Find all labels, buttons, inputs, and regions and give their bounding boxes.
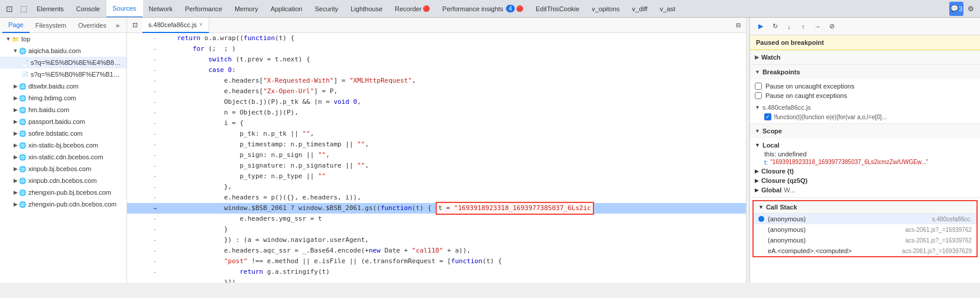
sidebar-item-file1[interactable]: 📄 s?q=%E5%8D%8E%E4%B8%BA&t=0 bbox=[0, 57, 126, 68]
call-stack-item-3[interactable]: eA.<computed>.<computed> acs-2061.js?_=1… bbox=[754, 245, 976, 256]
local-scope[interactable]: ▼ Local bbox=[755, 140, 975, 150]
pause-uncaught-checkbox[interactable] bbox=[755, 83, 762, 90]
resume-button[interactable]: ▶ bbox=[755, 21, 767, 32]
sidebar-item-file2[interactable]: 📄 s?q=%E5%B0%8F%E7%B1%B3&t=0 bbox=[0, 68, 126, 80]
tab-application[interactable]: Application bbox=[265, 0, 309, 18]
right-panel: ▶ ↻ ↓ ↑ → ⊘ Paused on breakpoint ▶ Watch bbox=[749, 18, 980, 283]
watch-header[interactable]: ▶ Watch bbox=[750, 50, 980, 64]
sidebar-item-xinpub-cdn[interactable]: ▶ 🌐 xinpub.cdn.bcebos.com bbox=[0, 175, 126, 186]
folder-icon: 📁 bbox=[12, 36, 19, 42]
step-into-button[interactable]: ↓ bbox=[783, 21, 795, 32]
code-line: - } bbox=[127, 224, 746, 235]
call-stack-item-0[interactable]: (anonymous) s.480cefa86cc. bbox=[754, 214, 976, 224]
sidebar-item-dlswbr[interactable]: ▶ 🌐 dlswbr.baidu.com bbox=[0, 80, 126, 92]
code-area: ⊡ s.480cefa86cc.js × ⊟ - return o.a.wrap… bbox=[127, 18, 746, 283]
tab-elements[interactable]: Elements bbox=[31, 0, 70, 18]
subtab-filesystem[interactable]: Filesystem bbox=[30, 18, 73, 33]
device-icon[interactable]: ⬚ bbox=[17, 2, 31, 16]
code-editor[interactable]: - return o.a.wrap((function(t) { - for (… bbox=[127, 33, 746, 283]
sidebar-item-passport[interactable]: ▶ 🌐 passport.baidu.com bbox=[0, 116, 126, 127]
settings-icon[interactable]: ⚙ bbox=[963, 2, 978, 16]
code-tab-file[interactable]: s.480cefa86cc.js × bbox=[142, 18, 209, 33]
debugger-toolbar: ▶ ↻ ↓ ↑ → ⊘ bbox=[750, 18, 980, 35]
sidebar-item-xin-static-bj[interactable]: ▶ 🌐 xin-static-bj.bcebos.com bbox=[0, 139, 126, 151]
sidebar-item-zhengxin-cdn[interactable]: ▶ 🌐 zhengxin-pub.cdn.bcebos.com bbox=[0, 198, 126, 210]
tab-perf-insights[interactable]: Performance insights 4 🔴 bbox=[436, 0, 530, 18]
domain-icon-8: 🌐 bbox=[19, 154, 26, 161]
sidebar-item-xin-static-cdn[interactable]: ▶ 🌐 xin-static.cdn.bcebos.com bbox=[0, 151, 126, 163]
code-line: - e.headers.ymg_ssr = t bbox=[127, 214, 746, 224]
tab-v-options[interactable]: v_opitons bbox=[586, 0, 626, 18]
scope-t: t: "1693918923318_1693977385037_6Ls2icmz… bbox=[755, 158, 975, 166]
tab-security[interactable]: Security bbox=[309, 0, 345, 18]
code-line: - e.headers.aqc_ssr = _.Base64.encode(+n… bbox=[127, 245, 746, 256]
tab-recorder[interactable]: Recorder 🔴 bbox=[389, 0, 436, 18]
add-folder-icon[interactable]: ⋮ bbox=[123, 21, 127, 29]
code-line: - case 0: bbox=[127, 65, 746, 76]
tab-sources[interactable]: Sources bbox=[106, 0, 142, 18]
closure-qz-scope[interactable]: ▶ Closure (qz5Q) bbox=[755, 176, 975, 185]
sidebar-item-xinpub-bj[interactable]: ▶ 🌐 xinpub.bj.bcebos.com bbox=[0, 163, 126, 175]
domain-icon-11: 🌐 bbox=[19, 189, 26, 196]
more-tabs-icon[interactable]: » bbox=[112, 22, 123, 29]
breakpoints-section: ▼ Breakpoints Pause on uncaught exceptio… bbox=[750, 65, 980, 124]
close-tab-icon[interactable]: × bbox=[199, 21, 203, 28]
pause-caught-checkbox[interactable] bbox=[755, 92, 762, 99]
subtab-overrides[interactable]: Overrides bbox=[72, 18, 112, 33]
scope-content: ▼ Local this: undefined t: "169391892331… bbox=[750, 138, 980, 197]
code-line: - p_signature: n.p_signature || "", bbox=[127, 161, 746, 171]
code-line: - "post" !== e.method || e.isFile || (e.… bbox=[127, 256, 746, 267]
top-tabbar: ⊡ ⬚ Elements Console Sources Network Per… bbox=[0, 0, 980, 18]
tab-editthiscookie[interactable]: EditThisCookie bbox=[530, 0, 586, 18]
main-layout: Page Filesystem Overrides » ⋮ ▼ 📁 top ▼ … bbox=[0, 18, 980, 283]
domain-icon-3: 🌐 bbox=[19, 95, 26, 101]
inspect-icon[interactable]: ⊡ bbox=[2, 2, 17, 16]
minimize-icon[interactable]: ⊟ bbox=[731, 18, 746, 33]
sub-tabbar: Page Filesystem Overrides » ⋮ bbox=[0, 18, 126, 33]
tab-network[interactable]: Network bbox=[143, 0, 179, 18]
call-stack-header[interactable]: ▼ Call Stack bbox=[754, 201, 976, 214]
tab-memory[interactable]: Memory bbox=[229, 0, 265, 18]
step-out-button[interactable]: ↑ bbox=[797, 21, 809, 32]
sidebar-item-zhengxin-bj[interactable]: ▶ 🌐 zhengxin-pub.bj.bcebos.com bbox=[0, 186, 126, 198]
step-over-button[interactable]: ↻ bbox=[769, 21, 781, 32]
format-icon[interactable]: ⊡ bbox=[127, 18, 142, 33]
code-line: - i = { bbox=[127, 118, 746, 129]
scope-header[interactable]: ▼ Scope bbox=[750, 124, 980, 138]
call-stack-item-1[interactable]: (anonymous) acs-2061.js?_=16939762 bbox=[754, 224, 976, 235]
sidebar-item-hm[interactable]: ▶ 🌐 hm.baidu.com bbox=[0, 104, 126, 116]
file-icon-2: 📄 bbox=[21, 71, 28, 78]
scope-section: ▼ Scope ▼ Local this: undefined t: "1693… bbox=[750, 124, 980, 198]
code-line: - p_timestamp: n.p_timestamp || "", bbox=[127, 139, 746, 150]
tab-console[interactable]: Console bbox=[70, 0, 106, 18]
call-stack-item-2[interactable]: (anonymous) acs-2061.js?_=16939762 bbox=[754, 235, 976, 245]
global-scope[interactable]: ▶ Global W... bbox=[755, 185, 975, 195]
watch-arrow: ▶ bbox=[755, 54, 759, 60]
sidebar-item-himg[interactable]: ▶ 🌐 himg.bdimg.com bbox=[0, 92, 126, 104]
bp-check-icon[interactable] bbox=[764, 113, 771, 120]
code-line: - p_sign: n.p_sign || "", bbox=[127, 150, 746, 161]
tab-v-diff[interactable]: v_diff bbox=[626, 0, 654, 18]
deactivate-button[interactable]: ⊘ bbox=[826, 21, 838, 32]
breakpoints-header[interactable]: ▼ Breakpoints bbox=[750, 65, 980, 79]
notification-badge[interactable]: 💬 3 bbox=[949, 2, 963, 16]
expand-arrow: ▼ bbox=[5, 36, 12, 42]
sidebar-item-top[interactable]: ▼ 📁 top bbox=[0, 33, 126, 45]
scope-this: this: undefined bbox=[755, 150, 975, 158]
code-line: - }) : (a = window.navigator.userAgent, bbox=[127, 235, 746, 245]
bp-entry: !function(t){function e(e){for(var a,o,l… bbox=[755, 112, 975, 121]
code-line: - }]), bbox=[127, 277, 746, 283]
domain-icon-2: 🌐 bbox=[19, 83, 26, 90]
tab-lighthouse[interactable]: Lighthouse bbox=[345, 0, 389, 18]
tab-performance[interactable]: Performance bbox=[179, 0, 229, 18]
tab-v-ast[interactable]: v_ast bbox=[654, 0, 682, 18]
step-button[interactable]: → bbox=[812, 21, 823, 32]
subtab-page[interactable]: Page bbox=[2, 18, 30, 33]
domain-icon-4: 🌐 bbox=[19, 107, 26, 113]
sidebar-item-sofire[interactable]: ▶ 🌐 sofire.bdstatic.com bbox=[0, 127, 126, 139]
pause-uncaught-row: Pause on uncaught exceptions bbox=[755, 81, 975, 91]
sidebar-item-aiqicha[interactable]: ▼ 🌐 aiqicha.baidu.com bbox=[0, 45, 126, 57]
perf-badge: 4 bbox=[506, 5, 515, 12]
domain-icon-6: 🌐 bbox=[19, 130, 26, 137]
closure-t-scope[interactable]: ▶ Closure (t) bbox=[755, 166, 975, 176]
